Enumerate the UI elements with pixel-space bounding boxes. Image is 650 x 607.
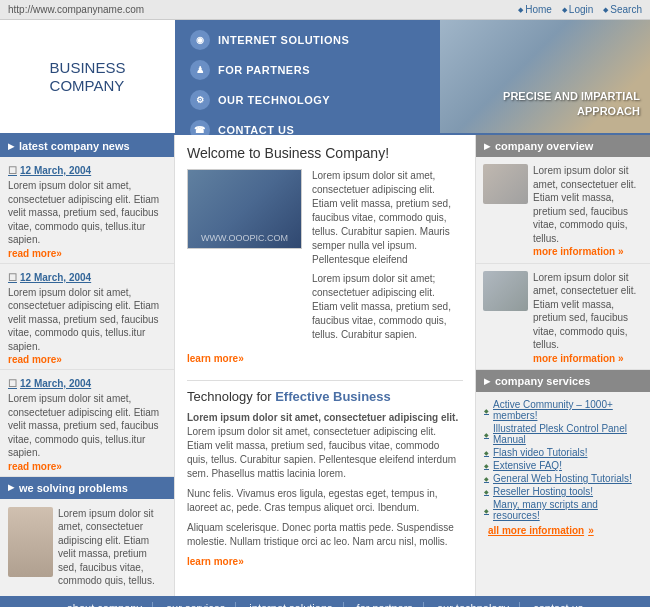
service-item-5[interactable]: General Web Hosting Tutorials!: [484, 472, 642, 485]
left-sidebar: latest company news 12 March, 2004 Lorem…: [0, 135, 175, 596]
slogan-text: PRECISE AND IMPARTIAL APPROACH: [440, 89, 640, 118]
login-link[interactable]: Login: [562, 4, 593, 15]
nav-our-technology[interactable]: ⚙ OUR TECHNOLOGY: [175, 85, 440, 115]
news-item: 12 March, 2004 Lorem ipsum dolor sit ame…: [0, 157, 174, 264]
service-item-4[interactable]: Extensive FAQ!: [484, 459, 642, 472]
tech-title: Technology for Effective Business: [187, 389, 463, 404]
globe-icon: ◉: [190, 30, 210, 50]
news-item: 12 March, 2004 Lorem ipsum dolor sit ame…: [0, 264, 174, 371]
services-list: Active Community – 1000+ members! Illust…: [476, 392, 650, 543]
footer-services[interactable]: our services: [156, 602, 236, 608]
solving-text: Lorem ipsum dolor sit amet, consectetuer…: [58, 507, 166, 588]
tech-body-1: Lorem ipsum dolor sit amet, consectetuer…: [187, 411, 463, 481]
more-info-2[interactable]: more information: [533, 352, 643, 366]
url-bar: http://www.companyname.com: [8, 4, 144, 15]
home-link[interactable]: Home: [518, 4, 552, 15]
tech-body-2: Nunc felis. Vivamus eros ligula, egestas…: [187, 487, 463, 515]
top-nav: Home Login Search: [518, 4, 642, 15]
center-content: Welcome to Business Company! WWW.OOOPIC.…: [175, 135, 475, 596]
top-bar: http://www.companyname.com Home Login Se…: [0, 0, 650, 20]
overview-image-2: [483, 271, 528, 311]
news-section-title: latest company news: [0, 135, 174, 157]
solving-person-image: [8, 507, 53, 577]
service-item-6[interactable]: Reseller Hosting tools!: [484, 485, 642, 498]
content-divider: [187, 380, 463, 381]
footer-internet[interactable]: internet solutions: [239, 602, 343, 608]
company-name: BUSINESS COMPANY: [50, 59, 126, 95]
welcome-block: WWW.OOOPIC.COM Lorem ipsum dolor sit ame…: [187, 169, 463, 342]
service-item-3[interactable]: Flash video Tutorials!: [484, 446, 642, 459]
overview-image-1: [483, 164, 528, 204]
news-date-2[interactable]: 12 March, 2004: [8, 272, 166, 283]
learn-more-button-1[interactable]: learn more: [187, 353, 244, 364]
news-date-1[interactable]: 12 March, 2004: [8, 165, 166, 176]
overview-text-2: Lorem ipsum dolor sit amet, consectetuer…: [533, 271, 643, 366]
header-image: PRECISE AND IMPARTIAL APPROACH: [440, 20, 650, 133]
news-text-3: Lorem ipsum dolor sit amet, consectetuer…: [8, 392, 166, 460]
header: BUSINESS COMPANY ◉ INTERNET SOLUTIONS ♟ …: [0, 20, 650, 135]
welcome-text: Lorem ipsum dolor sit amet, consectetuer…: [312, 169, 463, 342]
read-more-2[interactable]: read more: [8, 354, 62, 365]
person-icon: ♟: [190, 60, 210, 80]
right-sidebar: company overview Lorem ipsum dolor sit a…: [475, 135, 650, 596]
welcome-intro: Lorem ipsum dolor sit amet, consectetuer…: [312, 169, 463, 267]
solving-section: Lorem ipsum dolor sit amet, consectetuer…: [0, 499, 174, 596]
solving-section-title: we solving problems: [0, 477, 174, 499]
service-item-7[interactable]: Many, many scripts and resources!: [484, 498, 642, 522]
logo-area: BUSINESS COMPANY: [0, 20, 175, 133]
learn-more-button-2[interactable]: learn more: [187, 556, 244, 567]
more-info-1[interactable]: more information: [533, 245, 643, 259]
service-item-2[interactable]: Illustrated Plesk Control Panel Manual: [484, 422, 642, 446]
read-more-3[interactable]: read more: [8, 461, 62, 472]
header-nav: ◉ INTERNET SOLUTIONS ♟ FOR PARTNERS ⚙ OU…: [175, 20, 440, 133]
service-item-1[interactable]: Active Community – 1000+ members!: [484, 398, 642, 422]
news-text-1: Lorem ipsum dolor sit amet, consectetuer…: [8, 179, 166, 247]
main-layout: latest company news 12 March, 2004 Lorem…: [0, 135, 650, 596]
gear-icon: ⚙: [190, 90, 210, 110]
welcome-image: WWW.OOOPIC.COM: [187, 169, 302, 249]
all-more-info[interactable]: all more information »: [484, 522, 642, 537]
footer-nav: about company our services internet solu…: [0, 596, 650, 608]
welcome-title: Welcome to Business Company!: [187, 145, 463, 161]
overview-section-title: company overview: [476, 135, 650, 157]
news-text-2: Lorem ipsum dolor sit amet, consectetuer…: [8, 286, 166, 354]
watermark-text: WWW.OOOPIC.COM: [201, 233, 288, 243]
footer-contact[interactable]: contact us: [523, 602, 593, 608]
news-item: 12 March, 2004 Lorem ipsum dolor sit ame…: [0, 370, 174, 477]
overview-text-1: Lorem ipsum dolor sit amet, consectetuer…: [533, 164, 643, 259]
nav-internet-solutions[interactable]: ◉ INTERNET SOLUTIONS: [175, 25, 440, 55]
footer-about[interactable]: about company: [57, 602, 153, 608]
overview-item-1: Lorem ipsum dolor sit amet, consectetuer…: [476, 157, 650, 264]
services-section-title: company services: [476, 370, 650, 392]
welcome-body: Lorem ipsum dolor sit amet; consectetuer…: [312, 272, 463, 342]
read-more-1[interactable]: read more: [8, 248, 62, 259]
footer-partners[interactable]: for partners: [347, 602, 424, 608]
footer-technology[interactable]: our technology: [427, 602, 520, 608]
tech-body-3: Aliquam scelerisque. Donec porta mattis …: [187, 521, 463, 549]
search-link[interactable]: Search: [603, 4, 642, 15]
overview-item-2: Lorem ipsum dolor sit amet, consectetuer…: [476, 264, 650, 371]
nav-for-partners[interactable]: ♟ FOR PARTNERS: [175, 55, 440, 85]
news-date-3[interactable]: 12 March, 2004: [8, 378, 166, 389]
